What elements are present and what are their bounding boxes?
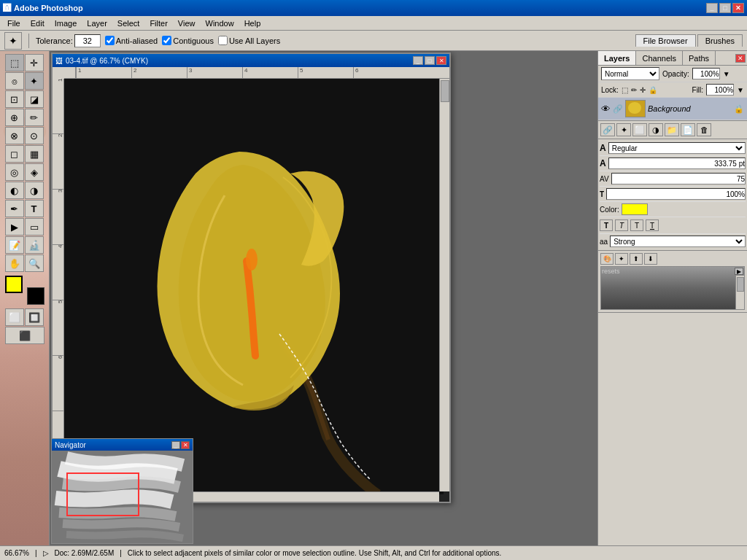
swatch-btn-4[interactable]: ⬇	[644, 253, 657, 265]
eraser-tool[interactable]: ◻	[5, 145, 24, 163]
link-layers-btn[interactable]: 🔗	[600, 123, 615, 136]
crop-tool[interactable]: ⊡	[5, 90, 24, 108]
font-style-select[interactable]: Regular	[608, 142, 746, 154]
thumb-close[interactable]: ✕	[181, 441, 190, 449]
magic-wand-tool-icon[interactable]: ✦	[4, 32, 22, 50]
swatch-btn-3[interactable]: ⬆	[630, 253, 643, 265]
blur-tool[interactable]: ◎	[5, 163, 24, 181]
lock-transparent-icon[interactable]: ⬚	[622, 86, 628, 94]
foreground-color-swatch[interactable]	[5, 276, 23, 293]
layers-tab[interactable]: Layers	[598, 51, 636, 65]
doc-minimize[interactable]: _	[413, 56, 423, 65]
color-picker-swatch[interactable]	[622, 203, 648, 215]
tolerance-input[interactable]	[74, 34, 101, 47]
pen-tool[interactable]: ✒	[5, 200, 24, 217]
font-size-input[interactable]	[608, 158, 746, 169]
doc-close[interactable]: ✕	[436, 56, 446, 65]
marquee-tool[interactable]: ⬚	[5, 54, 24, 71]
heal-tool[interactable]: ⊕	[5, 109, 24, 126]
scale-input[interactable]	[606, 188, 746, 200]
smudge-tool[interactable]: ◈	[25, 163, 44, 181]
tt-button-2[interactable]: T	[615, 219, 628, 231]
add-mask-btn[interactable]: ⬜	[632, 123, 647, 136]
menu-window[interactable]: Window	[201, 18, 239, 29]
opacity-arrow[interactable]: ▼	[723, 70, 730, 78]
lock-all-icon[interactable]: 🔒	[649, 86, 657, 94]
brush-tool[interactable]: ✏	[25, 109, 44, 126]
clone-tool[interactable]: ⊗	[5, 127, 24, 144]
add-style-btn[interactable]: ✦	[616, 123, 631, 136]
layer-name[interactable]: Background	[648, 104, 732, 113]
tt-button-3[interactable]: T	[630, 219, 643, 231]
blend-mode-select[interactable]: Normal	[601, 67, 659, 80]
presets-expand-btn[interactable]: ▶	[735, 268, 743, 275]
lock-image-icon[interactable]: ✏	[631, 86, 637, 94]
new-fill-btn[interactable]: ◑	[649, 123, 663, 136]
lock-position-icon[interactable]: ✛	[640, 86, 646, 94]
smooth-select[interactable]: Strong	[610, 236, 746, 247]
maximize-button[interactable]: □	[719, 3, 731, 13]
use-all-layers-checkbox[interactable]	[218, 36, 228, 45]
ruler-marks-h: 1 2 3 4 5 6	[76, 67, 449, 78]
menu-layer[interactable]: Layer	[82, 18, 112, 29]
brushes-tab[interactable]: Brushes	[697, 34, 743, 47]
dodge-tool[interactable]: ◐	[5, 182, 24, 199]
thumb-minimize[interactable]: _	[171, 441, 180, 449]
magic-wand-tool[interactable]: ✦	[25, 72, 44, 90]
tt-button-1[interactable]: T	[600, 219, 613, 231]
doc-maximize[interactable]: □	[425, 56, 435, 65]
layer-visibility-eye[interactable]: 👁	[601, 104, 611, 114]
close-button[interactable]: ✕	[732, 3, 744, 13]
menu-select[interactable]: Select	[113, 18, 144, 29]
swatch-btn-1[interactable]: 🎨	[600, 253, 614, 265]
contiguous-checkbox-label[interactable]: Contiguous	[162, 36, 214, 45]
history-tool[interactable]: ⊙	[25, 127, 44, 144]
lasso-tool[interactable]: ⌾	[5, 72, 24, 90]
file-browser-tab[interactable]: File Browser	[635, 34, 696, 47]
new-group-btn[interactable]: 📁	[665, 123, 679, 136]
antialiased-checkbox[interactable]	[105, 36, 115, 45]
menu-edit[interactable]: Edit	[26, 18, 49, 29]
minimize-button[interactable]: _	[706, 3, 718, 13]
menu-help[interactable]: Help	[240, 18, 266, 29]
gradient-tool[interactable]: ▦	[25, 145, 44, 163]
presets-scrollbar[interactable]	[735, 276, 744, 309]
zoom-tool[interactable]: 🔍	[25, 254, 44, 272]
delete-layer-btn[interactable]: 🗑	[697, 123, 711, 136]
menu-filter[interactable]: Filter	[145, 18, 171, 29]
use-all-layers-checkbox-label[interactable]: Use All Layers	[218, 36, 280, 45]
slice-tool[interactable]: ◪	[25, 90, 44, 108]
background-color-swatch[interactable]	[27, 287, 44, 305]
fill-arrow[interactable]: ▼	[737, 86, 744, 94]
screen-mode[interactable]: ⬛	[5, 327, 44, 344]
scrollbar-vertical[interactable]	[439, 79, 449, 491]
sponge-tool[interactable]: ◑	[25, 182, 44, 199]
fill-input[interactable]	[706, 84, 734, 96]
status-bar: 66.67% | ▷ Doc: 2.69M/2.65M | Click to s…	[0, 545, 747, 560]
contiguous-checkbox[interactable]	[162, 36, 171, 45]
menu-file[interactable]: File	[3, 18, 25, 29]
eyedropper-tool[interactable]: 🔬	[25, 236, 44, 254]
tracking-input[interactable]	[611, 173, 746, 184]
opacity-input[interactable]	[692, 68, 720, 79]
swatch-btn-2[interactable]: ✦	[615, 253, 628, 265]
move-tool[interactable]: ✛	[25, 54, 44, 71]
standard-mode[interactable]: ⬜	[5, 308, 24, 326]
menu-view[interactable]: View	[174, 18, 200, 29]
type-tool[interactable]: T	[25, 200, 44, 217]
hand-tool[interactable]: ✋	[5, 254, 24, 272]
antialiased-checkbox-label[interactable]: Anti-aliased	[105, 36, 158, 45]
layer-item-background[interactable]: 👁 🔗 Background 🔒	[598, 98, 747, 120]
menu-image[interactable]: Image	[50, 18, 82, 29]
channels-tab[interactable]: Channels	[636, 51, 682, 65]
shape-tool[interactable]: ▭	[25, 218, 44, 236]
paths-tab[interactable]: Paths	[683, 51, 716, 65]
quick-mask-mode[interactable]: 🔲	[25, 308, 44, 326]
tt-button-4[interactable]: T	[646, 219, 659, 231]
notes-tool[interactable]: 📝	[5, 236, 24, 254]
thumbnail-svg	[52, 451, 193, 543]
new-layer-btn[interactable]: 📄	[681, 123, 695, 136]
presets-strip: resets ▶	[600, 266, 745, 310]
panel-close-btn[interactable]: ✕	[735, 54, 746, 63]
path-select-tool[interactable]: ▶	[5, 218, 24, 236]
